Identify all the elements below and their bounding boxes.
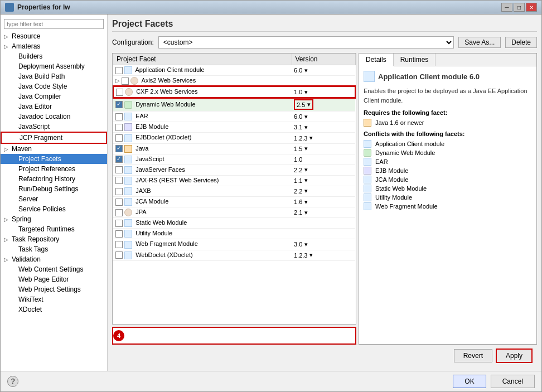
- sidebar-item-java-editor[interactable]: Java Editor: [1, 101, 107, 112]
- sidebar-item-resource[interactable]: ▷ Resource: [1, 31, 107, 41]
- table-row[interactable]: Static Web Module: [113, 218, 355, 229]
- sidebar-item-refactoring[interactable]: Refactoring History: [1, 174, 107, 184]
- table-row[interactable]: JPA 2.1 ▾: [113, 207, 355, 218]
- facet-checkbox[interactable]: [115, 220, 123, 227]
- version-dropdown[interactable]: ▾: [304, 89, 308, 96]
- filter-input[interactable]: [4, 19, 104, 29]
- facet-checkbox[interactable]: [115, 199, 123, 206]
- version-dropdown[interactable]: ▾: [307, 101, 311, 108]
- facet-checkbox[interactable]: [122, 78, 129, 85]
- version-dropdown[interactable]: ▾: [304, 67, 308, 74]
- version-dropdown[interactable]: ▾: [304, 209, 308, 216]
- sidebar-item-validation[interactable]: ▷ Validation: [1, 254, 107, 264]
- table-row[interactable]: JAX-RS (REST Web Services) 1.1 ▾: [113, 175, 355, 186]
- version-dropdown[interactable]: ▾: [309, 251, 313, 259]
- version-dropdown[interactable]: ▾: [304, 113, 308, 120]
- facets-table-container[interactable]: Project Facet Version Application Client…: [112, 53, 356, 325]
- config-select[interactable]: <custom>: [158, 36, 454, 49]
- sidebar-item-service-policies[interactable]: Service Policies: [1, 204, 107, 214]
- table-row[interactable]: EJB Module 3.1 ▾: [113, 122, 355, 133]
- sidebar-item-project-facets[interactable]: Project Facets: [1, 154, 107, 164]
- facet-checkbox[interactable]: [115, 134, 123, 142]
- table-row[interactable]: JAXB 2.2 ▾: [113, 186, 355, 196]
- sidebar-item-server[interactable]: Server: [1, 194, 107, 204]
- sidebar-item-web-page-editor[interactable]: Web Page Editor: [1, 274, 107, 284]
- sidebar-item-java-code-style[interactable]: Java Code Style: [1, 81, 107, 91]
- facet-checkbox[interactable]: [115, 241, 123, 248]
- sidebar-item-amateras[interactable]: ▷ Amateras: [1, 41, 107, 51]
- version-dropdown[interactable]: ▾: [304, 166, 308, 173]
- table-row[interactable]: Application Client module 6.0 ▾: [113, 65, 355, 76]
- sidebar-item-wikitext[interactable]: WikiText: [1, 294, 107, 304]
- sidebar-item-project-references[interactable]: Project References: [1, 164, 107, 174]
- version-dropdown[interactable]: ▾: [304, 187, 308, 195]
- sidebar-item-builders[interactable]: Builders: [1, 51, 107, 61]
- sidebar-item-javadoc[interactable]: Javadoc Location: [1, 112, 107, 122]
- facet-checkbox[interactable]: [115, 124, 123, 131]
- table-row[interactable]: Utility Module: [113, 229, 355, 239]
- conflict-label: Application Client module: [375, 141, 444, 147]
- facet-checkbox[interactable]: [115, 230, 123, 238]
- tab-runtimes[interactable]: Runtimes: [394, 54, 436, 66]
- sidebar-item-maven[interactable]: ▷ Maven: [1, 144, 107, 154]
- save-as-button[interactable]: Save As...: [458, 37, 501, 48]
- table-row[interactable]: 2 CXF 2.x Web Services 1.0 ▾: [113, 86, 355, 98]
- facet-checkbox[interactable]: [115, 177, 123, 184]
- facet-checkbox[interactable]: [115, 145, 123, 152]
- facet-checkbox[interactable]: [115, 156, 123, 163]
- facet-checkbox[interactable]: [115, 113, 123, 120]
- version-dropdown[interactable]: ▾: [304, 199, 308, 206]
- table-row[interactable]: JavaServer Faces 2.2 ▾: [113, 164, 355, 175]
- version-dropdown[interactable]: ▾: [304, 145, 308, 152]
- sidebar-item-deployment-assembly[interactable]: Deployment Assembly: [1, 61, 107, 71]
- table-row[interactable]: ▷ Axis2 Web Services: [113, 76, 355, 87]
- sidebar-item-label: Resource: [12, 32, 40, 40]
- table-row[interactable]: JavaScript 1.0: [113, 154, 355, 164]
- sidebar-item-java-compiler[interactable]: Java Compiler: [1, 91, 107, 101]
- right-panel: Project Facets Configuration: <custom> S…: [108, 14, 541, 371]
- version-dropdown[interactable]: ▾: [304, 177, 308, 184]
- cancel-button[interactable]: Cancel: [491, 375, 535, 388]
- table-row[interactable]: EJBDoclet (XDoclet) 1.2.3 ▾: [113, 133, 355, 143]
- facet-checkbox[interactable]: [115, 188, 123, 195]
- sidebar-item-web-content[interactable]: Web Content Settings: [1, 264, 107, 274]
- sidebar-item-run-debug[interactable]: Run/Debug Settings: [1, 184, 107, 194]
- sidebar-item-web-project-settings[interactable]: Web Project Settings: [1, 284, 107, 294]
- facet-checkbox[interactable]: [115, 166, 123, 173]
- tab-details[interactable]: Details: [359, 54, 394, 66]
- sidebar-item-javascript[interactable]: JavaScript: [1, 122, 107, 132]
- close-button[interactable]: ✕: [526, 3, 537, 12]
- sidebar-item-task-tags[interactable]: Task Tags: [1, 244, 107, 254]
- table-row[interactable]: JCA Module 1.6 ▾: [113, 197, 355, 207]
- delete-button[interactable]: Delete: [505, 37, 537, 48]
- help-button[interactable]: ?: [7, 376, 18, 387]
- table-row[interactable]: WebDoclet (XDoclet) 1.2.3 ▾: [113, 250, 355, 260]
- facet-checkbox[interactable]: [115, 209, 123, 216]
- window-icon: [5, 3, 14, 12]
- sidebar-item-label: Server: [18, 195, 38, 203]
- minimize-button[interactable]: ─: [501, 3, 512, 12]
- apply-button[interactable]: Apply: [496, 349, 533, 363]
- facet-checkbox[interactable]: [115, 251, 123, 259]
- facet-checkbox[interactable]: [115, 67, 123, 74]
- sidebar-item-targeted-runtimes[interactable]: Targeted Runtimes: [1, 224, 107, 234]
- table-row[interactable]: EAR 6.0 ▾: [113, 112, 355, 122]
- table-row[interactable]: Web Fragment Module 3.0 ▾: [113, 239, 355, 250]
- table-row[interactable]: Dynamic Web Module 3 2.5 ▾: [113, 98, 355, 112]
- sidebar-item-task-repository[interactable]: ▷ Task Repository: [1, 234, 107, 244]
- version-dropdown[interactable]: ▾: [304, 124, 308, 131]
- version-dropdown[interactable]: ▾: [304, 241, 308, 248]
- sidebar-item-spring[interactable]: ▷ Spring: [1, 214, 107, 224]
- conflict-item: Dynamic Web Module: [364, 148, 532, 157]
- table-row[interactable]: Java 1.5 ▾: [113, 143, 355, 154]
- version-dropdown[interactable]: ▾: [309, 134, 313, 142]
- facet-checkbox[interactable]: [115, 101, 123, 108]
- facet-name: JPA: [136, 209, 146, 215]
- maximize-button[interactable]: □: [514, 3, 525, 12]
- ok-button[interactable]: OK: [453, 375, 486, 388]
- facet-checkbox[interactable]: [116, 89, 123, 96]
- sidebar-item-java-build-path[interactable]: Java Build Path: [1, 71, 107, 81]
- sidebar-item-xdoclet[interactable]: XDoclet: [1, 304, 107, 314]
- sidebar-item-jcp-fragment[interactable]: JCP Fragment: [1, 132, 107, 144]
- revert-button[interactable]: Revert: [454, 349, 492, 362]
